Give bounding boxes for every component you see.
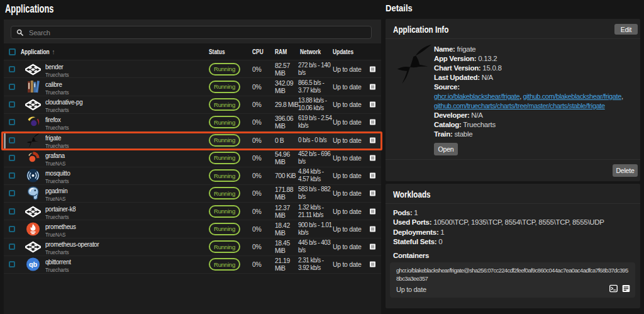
column-header-application[interactable]: Application↑	[21, 48, 55, 55]
network-cell: 900 b/s - 1.01 kb/s	[298, 221, 333, 237]
app-row[interactable]: portainer-k8 Truecharts Running 0% 12.37…	[4, 203, 381, 220]
update-checkbox[interactable]	[370, 137, 375, 143]
network-cell: 0 b/s - 0 b/s	[298, 137, 333, 144]
source-link-ghcr[interactable]: ghcr.io/blakeblackshear/frigate	[434, 93, 519, 100]
mosquitto-app-icon	[25, 168, 41, 184]
status-badge: Running	[209, 187, 240, 199]
cpu-cell: 0%	[252, 101, 262, 108]
column-header-status[interactable]: Status	[209, 48, 225, 55]
status-badge: Running	[209, 116, 240, 128]
updates-cell: Up to date	[333, 101, 361, 108]
source-link-github[interactable]: github.com/blakeblackshear/frigate	[523, 93, 621, 100]
app-row[interactable]: grafana TrueNAS Running 0% 54.96 MiB 452…	[4, 149, 381, 167]
app-row[interactable]: calibre Truecharts Running 0% 342.09 MiB…	[4, 78, 381, 96]
row-checkbox[interactable]	[9, 261, 15, 267]
row-checkbox[interactable]	[9, 226, 15, 232]
app-name-cell: grafana TrueNAS	[45, 152, 68, 167]
source-link-truecharts[interactable]: github.com/truecharts/charts/tree/master…	[434, 102, 605, 109]
app-catalog: Truecharts	[45, 89, 69, 96]
app-catalog: Truecharts	[45, 249, 100, 255]
workloads-body: Pods: 1 Used Ports: 10500\TCP, 1935\TCP,…	[393, 200, 635, 298]
ram-cell: 700 KiB	[275, 172, 300, 179]
row-checkbox[interactable]	[9, 244, 15, 250]
updates-cell: Up to date	[333, 225, 361, 233]
applications-page: Applications Application↑ Status CPU RAM…	[0, 0, 644, 314]
row-checkbox[interactable]	[9, 190, 15, 196]
grafana-app-icon	[25, 150, 41, 165]
update-checkbox[interactable]	[370, 155, 375, 160]
row-checkbox[interactable]	[9, 208, 15, 215]
update-checkbox[interactable]	[370, 173, 375, 179]
app-row[interactable]: firefox Truecharts Running 0% 396.06 MiB…	[4, 114, 381, 132]
update-checkbox[interactable]	[370, 244, 375, 250]
app-row[interactable]: pgadmin TrueNAS Running 0% 171.88 MiB 58…	[4, 185, 381, 203]
app-row[interactable]: frigate Truecharts Running 0% 0 B 0 b/s …	[4, 132, 381, 149]
update-checkbox[interactable]	[370, 262, 375, 267]
row-checkbox[interactable]	[9, 101, 15, 108]
stat-used-ports: Used Ports: 10500\TCP, 1935\TCP, 8554\TC…	[393, 218, 635, 227]
logs-icon[interactable]	[622, 284, 630, 293]
app-icon	[25, 203, 41, 219]
update-checkbox[interactable]	[370, 102, 375, 108]
app-catalog: TrueNAS	[45, 196, 68, 202]
status-badge: Running	[209, 205, 240, 218]
app-row[interactable]: prometheus-operator Truecharts Running 0…	[4, 238, 381, 256]
field-name: Name: frigate	[434, 45, 639, 54]
update-checkbox[interactable]	[370, 84, 375, 89]
app-name-cell: portainer-k8 Truecharts	[45, 205, 80, 220]
row-checkbox[interactable]	[9, 137, 15, 143]
update-checkbox[interactable]	[370, 208, 375, 214]
container-update-status: Up to date	[396, 286, 629, 293]
status-cell: Running	[209, 205, 240, 218]
update-checkbox[interactable]	[370, 66, 375, 72]
row-checkbox[interactable]	[9, 84, 15, 90]
search-input[interactable]	[29, 29, 366, 36]
app-catalog: Truecharts	[45, 125, 69, 131]
update-checkbox[interactable]	[370, 191, 375, 196]
row-checkbox[interactable]	[9, 119, 15, 125]
search-box[interactable]	[11, 26, 372, 39]
updates-cell: Up to date	[333, 243, 361, 250]
shell-icon[interactable]	[609, 284, 618, 293]
app-icon	[25, 132, 41, 148]
select-all-checkbox[interactable]	[9, 48, 16, 55]
open-button[interactable]: Open	[434, 143, 458, 155]
delete-button[interactable]: Delete	[613, 164, 638, 177]
edit-button[interactable]: Edit	[614, 24, 638, 35]
updates-cell: Up to date	[333, 208, 361, 215]
app-name: frigate	[45, 134, 69, 142]
app-name: portainer-k8	[45, 205, 75, 213]
updates-cell: Up to date	[333, 189, 361, 197]
ram-cell: 82.57 MiB	[275, 62, 300, 77]
field-developer: Developer: N/A	[434, 111, 639, 120]
app-catalog: TrueNAS	[45, 160, 65, 167]
app-name-cell: cloudnative-pg Truecharts	[45, 98, 87, 113]
update-checkbox[interactable]	[370, 226, 375, 232]
app-row[interactable]: bender Truecharts Running 0% 82.57 MiB 2…	[4, 60, 381, 78]
app-row[interactable]: cloudnative-pg Truecharts Running 0% 29.…	[4, 96, 381, 114]
ram-cell: 21.19 MiB	[275, 257, 300, 272]
app-row[interactable]: qb qbittorrent Truecharts Running 0% 21.…	[4, 256, 381, 274]
field-app-version: App Version: 0.13.2	[434, 54, 639, 64]
app-catalog: Truecharts	[45, 214, 77, 220]
table-body: bender Truecharts Running 0% 82.57 MiB 2…	[4, 60, 381, 274]
app-name-cell: qbittorrent Truecharts	[45, 258, 74, 273]
column-header-updates[interactable]: Updates	[333, 48, 353, 55]
row-checkbox[interactable]	[9, 155, 15, 161]
row-checkbox[interactable]	[9, 172, 15, 179]
field-source-label: Source:	[434, 82, 639, 92]
status-badge: Running	[209, 63, 240, 76]
qbittorrent-app-icon: qb	[25, 257, 41, 272]
column-header-network[interactable]: Network	[300, 48, 321, 55]
status-cell: Running	[209, 187, 240, 199]
app-row[interactable]: prometheus TrueNAS Running 0% 18.42 MiB …	[4, 220, 381, 238]
updates-cell: Up to date	[333, 83, 361, 91]
row-checkbox[interactable]	[9, 66, 15, 72]
cpu-cell: 0%	[252, 137, 262, 144]
app-row[interactable]: mosquitto Truecharts Running 0% 700 KiB …	[4, 167, 381, 185]
column-header-ram[interactable]: RAM	[275, 48, 287, 55]
app-name: prometheus-operator	[45, 240, 99, 248]
update-checkbox[interactable]	[370, 120, 375, 125]
column-header-cpu[interactable]: CPU	[252, 48, 264, 55]
app-name-cell: bender Truecharts	[45, 63, 72, 78]
